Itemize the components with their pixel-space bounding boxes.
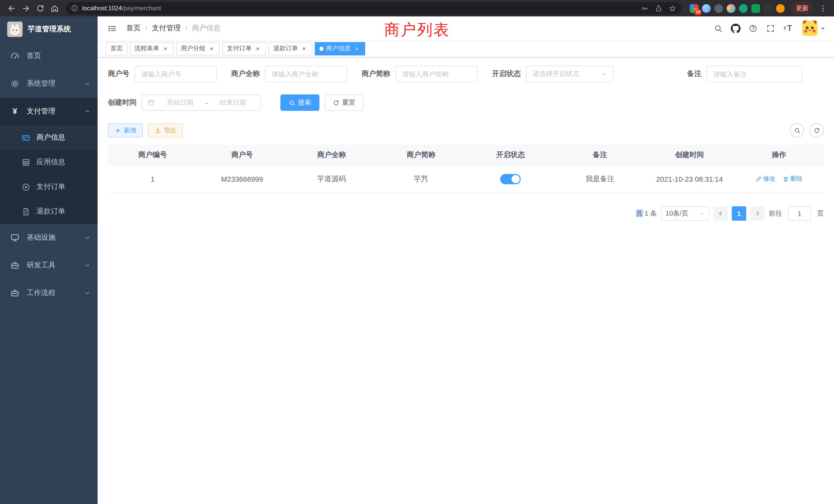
trash-icon (783, 176, 789, 182)
extension-icon-orange-monkey[interactable] (776, 4, 785, 13)
tag-merchant-info[interactable]: 商户信息 (315, 42, 365, 55)
merchant-table: 商户编号 商户号 商户全称 商户简称 开启状态 备注 创建时间 操作 1 M23… (108, 145, 824, 193)
reset-button[interactable]: 重置 (325, 94, 364, 111)
search-form-row-2: 创建时间 开始日期 - 结束日期 搜索 (108, 94, 824, 111)
breadcrumb-separator: / (185, 24, 188, 32)
sidebar-toggle-button[interactable] (106, 22, 118, 35)
extension-icon-drop[interactable] (702, 4, 711, 13)
table-header-row: 商户编号 商户号 商户全称 商户简称 开启状态 备注 创建时间 操作 (108, 145, 824, 165)
refresh-table-button[interactable] (809, 123, 824, 138)
annotation-merchant-list: 商户列表 (384, 20, 450, 41)
address-bar[interactable]: localhost:1024/pay/merchant (66, 2, 681, 14)
share-icon[interactable] (655, 4, 662, 12)
forward-button[interactable] (19, 1, 33, 16)
extension-icon-dark-pin[interactable] (764, 4, 772, 13)
browser-menu-button[interactable] (815, 1, 830, 16)
extension-icon-colorwheel[interactable] (727, 4, 736, 13)
header-search-button[interactable] (710, 20, 726, 37)
close-icon[interactable] (208, 45, 215, 52)
extensions-row: 10 (690, 4, 785, 13)
github-button[interactable] (727, 20, 744, 37)
close-icon[interactable] (162, 45, 169, 52)
sidebar-item-label: 首页 (27, 51, 41, 61)
docs-help-button[interactable] (745, 20, 761, 37)
url-path: /pay/merchant (122, 5, 161, 12)
short-name-label: 商户简称 (361, 69, 390, 78)
extension-icon-gray-globe[interactable] (714, 4, 723, 13)
add-button[interactable]: 新增 (108, 123, 143, 138)
sidebar-subitem-refund-orders[interactable]: 退款订单 (0, 199, 97, 224)
extension-icon-green-circle[interactable] (739, 4, 748, 13)
page-size-select[interactable]: 10条/页 (661, 206, 709, 221)
browser-update-button[interactable]: 更新 (791, 2, 813, 15)
status-select[interactable]: 请选择开启状态 (526, 66, 613, 82)
extension-icon-grid[interactable]: 10 (690, 4, 698, 13)
close-icon[interactable] (301, 45, 308, 52)
short-name-input[interactable] (395, 66, 478, 82)
sidebar-subitem-label: 支付订单 (37, 182, 65, 191)
toggle-search-button[interactable] (790, 123, 804, 138)
sidebar-item-label: 系统管理 (27, 79, 56, 88)
cell-status (466, 174, 555, 184)
fullscreen-icon (766, 24, 775, 32)
home-button[interactable] (47, 1, 62, 16)
merchant-no-input[interactable] (135, 66, 217, 82)
sidebar-item-infrastructure[interactable]: 基础设施 (0, 224, 97, 251)
search-icon (714, 24, 722, 32)
tag-label: 首页 (110, 44, 123, 53)
column-header-status: 开启状态 (466, 150, 555, 159)
create-time-range-picker[interactable]: 开始日期 - 结束日期 (142, 94, 261, 111)
app-logo[interactable]: 芋道管理系统 (0, 17, 97, 42)
remark-input[interactable] (707, 66, 802, 82)
full-name-input[interactable] (265, 66, 347, 82)
breadcrumb-home[interactable]: 首页 (126, 24, 141, 33)
page-number-button[interactable]: 1 (732, 206, 746, 221)
prev-page-button[interactable] (713, 206, 728, 221)
sidebar-subitem-app-info[interactable]: 应用信息 (0, 150, 97, 175)
edit-link-label: 修改 (763, 175, 775, 183)
form-item-short-name: 商户简称 (361, 66, 478, 82)
edit-link[interactable]: 修改 (755, 175, 775, 183)
tag-label: 退款订单 (273, 44, 298, 53)
extension-icon-green-square[interactable] (751, 4, 760, 13)
tag-refund-orders[interactable]: 退款订单 (269, 42, 312, 55)
tag-home[interactable]: 首页 (106, 42, 127, 55)
sidebar-menu: 首页 系统管理 ¥ 支付管理 商户信息 (0, 42, 97, 504)
export-button[interactable]: 导出 (148, 123, 183, 138)
close-icon[interactable] (254, 45, 261, 52)
delete-link[interactable]: 删除 (783, 175, 803, 183)
sidebar-item-system[interactable]: 系统管理 (0, 70, 97, 97)
chevron-up-icon (84, 108, 90, 114)
sidebar-subitem-pay-orders[interactable]: 支付订单 (0, 175, 97, 199)
reload-button[interactable] (33, 1, 47, 16)
next-page-button[interactable] (750, 206, 765, 221)
cell-actions: 修改 删除 (734, 175, 824, 183)
url-text: localhost:1024/pay/merchant (82, 5, 161, 12)
sidebar-group-payment: ¥ 支付管理 商户信息 应用信息 (0, 97, 97, 224)
user-menu[interactable] (802, 21, 826, 36)
dashboard-icon (10, 51, 20, 61)
status-toggle[interactable] (500, 174, 521, 184)
column-header-merchant-no: 商户号 (197, 150, 287, 159)
tag-process-form[interactable]: 流程表单 (130, 42, 174, 55)
sidebar-item-home[interactable]: 首页 (0, 42, 97, 70)
bookmark-star-icon[interactable] (668, 4, 676, 12)
caret-down-icon (820, 25, 826, 31)
tag-user-group[interactable]: 用户分组 (176, 42, 220, 55)
tag-pay-orders[interactable]: 支付订单 (222, 42, 266, 55)
sidebar-item-devtools[interactable]: 研发工具 (0, 251, 97, 279)
back-button[interactable] (4, 1, 19, 16)
font-size-button[interactable] (780, 20, 796, 37)
sidebar-item-payment[interactable]: ¥ 支付管理 (0, 97, 97, 125)
password-key-icon[interactable] (641, 4, 649, 12)
site-info-icon[interactable] (71, 5, 78, 12)
form-item-status: 开启状态 请选择开启状态 (492, 66, 613, 82)
goto-page-input[interactable] (788, 206, 811, 221)
breadcrumb-payment[interactable]: 支付管理 (152, 24, 181, 33)
close-icon[interactable] (353, 45, 360, 52)
main-area: 首页 / 支付管理 / 商户信息 (97, 17, 834, 504)
fullscreen-button[interactable] (762, 20, 778, 37)
search-button[interactable]: 搜索 (280, 94, 320, 111)
sidebar-subitem-merchant-info[interactable]: 商户信息 (0, 125, 97, 150)
sidebar-item-workflow[interactable]: 工作流程 (0, 279, 97, 307)
